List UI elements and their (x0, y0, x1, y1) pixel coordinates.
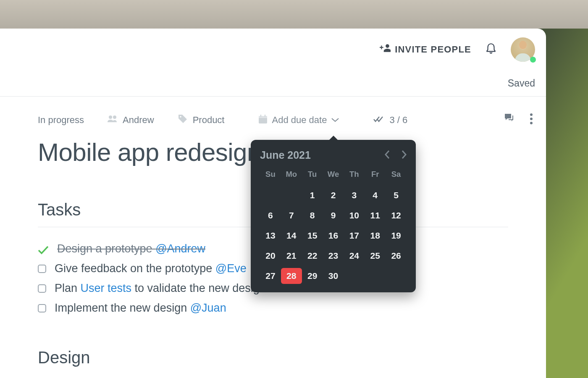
calendar-dow: Su (260, 167, 281, 183)
calendar-day-cell[interactable]: 1 (302, 187, 323, 203)
top-bar: INVITE PEOPLE (0, 29, 546, 71)
due-date-button[interactable]: Add due date (252, 112, 346, 129)
status-label: In progress (38, 115, 84, 126)
calendar-icon (258, 115, 268, 126)
task-checkbox[interactable] (38, 304, 46, 312)
task-link[interactable]: User tests (81, 282, 132, 294)
calendar-day-cell[interactable]: 30 (323, 268, 344, 284)
task-mention[interactable]: @Juan (190, 302, 226, 314)
task-mention[interactable]: @Andrew (155, 242, 205, 255)
svg-rect-4 (259, 116, 267, 118)
calendar-day-cell[interactable]: 14 (281, 228, 302, 244)
save-status-label: Saved (508, 78, 535, 89)
task-text[interactable]: Implement the new design @Juan (55, 302, 226, 315)
user-avatar[interactable] (511, 37, 535, 62)
calendar-nav (385, 150, 407, 160)
task-mention[interactable]: @Eve (215, 262, 247, 275)
task-text[interactable]: Plan User tests to validate the new desi… (55, 282, 266, 295)
popover-arrow (329, 136, 338, 140)
calendar-day-cell[interactable]: 17 (344, 228, 365, 244)
calendar-day-cell[interactable]: 12 (386, 207, 407, 223)
check-icon[interactable] (38, 244, 49, 254)
dot-icon (530, 122, 533, 124)
calendar-day-cell[interactable]: 23 (323, 248, 344, 264)
calendar-day-cell[interactable]: 24 (344, 248, 365, 264)
calendar-day-cell[interactable]: 3 (344, 187, 365, 203)
calendar-day-cell[interactable]: 27 (260, 268, 281, 284)
due-date-label: Add due date (272, 115, 327, 126)
assignee-label: Andrew (123, 115, 154, 126)
task-text-part: Plan (55, 282, 81, 294)
calendar-day-cell[interactable]: 11 (365, 207, 386, 223)
bell-icon (486, 42, 496, 57)
calendar-dow: Fr (365, 167, 386, 183)
person-add-icon (380, 44, 391, 55)
calendar-day-cell[interactable]: 19 (386, 228, 407, 244)
calendar-day-cell[interactable]: 6 (260, 207, 281, 223)
task-text[interactable]: Design a prototype @Andrew (57, 242, 205, 255)
task-text[interactable]: Give feedback on the prototype @Eve (55, 262, 247, 275)
status-field[interactable]: In progress (38, 115, 84, 126)
task-progress-label: 3 / 6 (389, 115, 407, 126)
calendar-day-cell[interactable]: 5 (386, 187, 407, 203)
task-checkbox[interactable] (38, 284, 46, 293)
calendar-day-cell[interactable]: 25 (365, 248, 386, 264)
calendar-day-cell[interactable]: 4 (365, 187, 386, 203)
svg-point-0 (109, 116, 112, 119)
task-text-part: to validate the new design (131, 282, 266, 294)
save-status-row: Saved (0, 71, 546, 97)
task-checkbox[interactable] (38, 265, 46, 273)
calendar-day-cell[interactable]: 15 (302, 228, 323, 244)
comments-icon[interactable] (504, 113, 514, 124)
calendar-dow: Sa (386, 167, 407, 183)
design-heading[interactable]: Design (38, 348, 508, 375)
calendar-day-cell[interactable]: 8 (302, 207, 323, 223)
calendar-day-cell[interactable]: 20 (260, 248, 281, 264)
calendar-day-cell[interactable]: 2 (323, 187, 344, 203)
task-item: Implement the new design @Juan (38, 298, 508, 318)
people-icon (108, 114, 118, 126)
background-band (0, 0, 588, 29)
calendar-day-cell[interactable]: 7 (281, 207, 302, 223)
document-meta-row: In progress Andrew Product Add due date (38, 112, 508, 129)
dot-icon (530, 118, 533, 120)
tag-label: Product (193, 115, 225, 126)
calendar-dow: We (323, 167, 344, 183)
calendar-dow: Tu (302, 167, 323, 183)
notifications-button[interactable] (486, 42, 496, 57)
task-text-part: Design a prototype (57, 242, 155, 255)
invite-people-label: INVITE PEOPLE (395, 44, 471, 55)
calendar-day-cell[interactable]: 16 (323, 228, 344, 244)
calendar-day-cell[interactable]: 29 (302, 268, 323, 284)
document-actions (504, 112, 534, 126)
calendar-day-cell[interactable]: 28 (281, 268, 302, 284)
calendar-prev-button[interactable] (385, 150, 390, 160)
svg-point-1 (113, 116, 116, 119)
tag-field[interactable]: Product (178, 114, 225, 126)
calendar-day-cell[interactable]: 13 (260, 228, 281, 244)
task-text-part: Give feedback on the prototype (55, 262, 215, 275)
presence-indicator (530, 57, 536, 63)
calendar-day-cell[interactable]: 26 (386, 248, 407, 264)
more-menu-button[interactable] (528, 112, 534, 126)
calendar-day-cell[interactable]: 22 (302, 248, 323, 264)
task-text-part: Implement the new design (55, 302, 190, 314)
calendar-empty-cell (260, 187, 281, 203)
dot-icon (530, 113, 533, 116)
assignee-field[interactable]: Andrew (108, 114, 154, 126)
calendar-dow: Th (344, 167, 365, 183)
calendar-popover: June 2021 SuMoTuWeThFrSa1234567891011121… (251, 140, 416, 292)
calendar-day-cell[interactable]: 10 (344, 207, 365, 223)
calendar-day-cell[interactable]: 9 (323, 207, 344, 223)
svg-rect-6 (265, 115, 265, 117)
calendar-day-cell[interactable]: 21 (281, 248, 302, 264)
calendar-next-button[interactable] (402, 150, 407, 160)
calendar-month-label: June 2021 (260, 149, 311, 161)
svg-point-2 (180, 116, 181, 118)
invite-people-button[interactable]: INVITE PEOPLE (380, 44, 471, 55)
calendar-day-cell[interactable]: 18 (365, 228, 386, 244)
calendar-empty-cell (281, 187, 302, 203)
chevron-right-icon (402, 154, 407, 160)
calendar-grid: SuMoTuWeThFrSa12345678910111213141516171… (260, 167, 407, 284)
double-check-icon (373, 116, 384, 125)
